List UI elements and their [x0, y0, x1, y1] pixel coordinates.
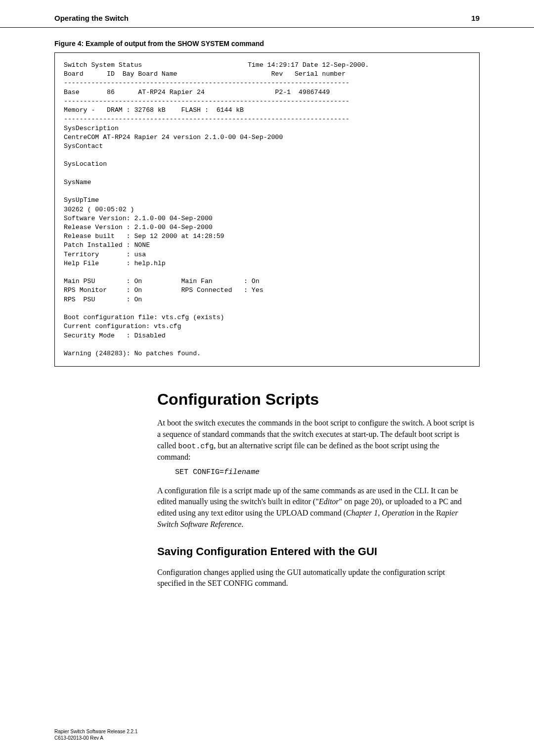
figure-caption: Figure 4: Example of output from the SHO…: [54, 40, 480, 47]
section-paragraph-1: At boot the switch executes the commands…: [157, 418, 475, 463]
inline-code: boot.cfg: [178, 442, 214, 451]
code-text: SET CONFIG=: [175, 468, 224, 476]
footer-line-1: Rapier Switch Software Release 2.2.1: [54, 728, 137, 735]
terminal-output-box: Switch System Status Time 14:29:17 Date …: [54, 52, 480, 367]
page-header: Operating the Switch 19: [0, 0, 534, 28]
header-page-number: 19: [471, 14, 480, 22]
emphasis: Editor: [319, 497, 339, 506]
code-filename: filename: [224, 468, 260, 476]
text-run: in the R: [414, 509, 442, 517]
footer-line-2: C613-02013-00 Rev A: [54, 735, 137, 741]
subsection-heading: Saving Configuration Entered with the GU…: [157, 545, 475, 558]
code-block: SET CONFIG=filename: [175, 468, 475, 476]
subsection-paragraph: Configuration changes applied using the …: [157, 567, 475, 589]
header-title: Operating the Switch: [54, 14, 129, 22]
content-column: Configuration Scripts At boot the switch…: [157, 390, 475, 589]
section-paragraph-2: A configuration file is a script made up…: [157, 485, 475, 530]
emphasis: Chapter 1, Operation: [346, 509, 414, 517]
page-footer: Rapier Switch Software Release 2.2.1 C61…: [54, 728, 137, 741]
section-heading: Configuration Scripts: [157, 390, 475, 409]
text-run: .: [241, 520, 243, 528]
